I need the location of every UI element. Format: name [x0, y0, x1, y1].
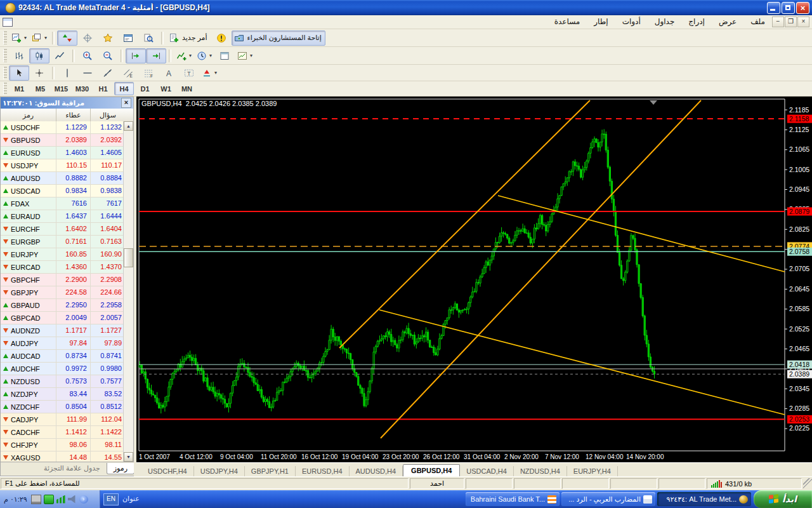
trendline-button[interactable]	[98, 65, 118, 81]
new-window-button[interactable]	[214, 48, 235, 64]
timeframe-D1[interactable]: D1	[135, 82, 155, 95]
scroll-down-icon[interactable]: ▼	[124, 452, 133, 462]
market-watch-row-EURCAD[interactable]: EURCAD1.43601.4370	[1, 261, 125, 274]
dropdown-arrow-icon[interactable]: ▾	[189, 53, 192, 58]
timeframe-H4[interactable]: H4	[114, 82, 134, 95]
restore-button[interactable]	[782, 2, 795, 14]
dropdown-arrow-icon[interactable]: ▾	[44, 35, 47, 41]
market-watch-row-GBPUSD[interactable]: GBPUSD2.03892.0392	[1, 134, 125, 147]
toolbar-grip[interactable]	[3, 31, 7, 45]
menu-مساعدة[interactable]: مساعدة	[547, 15, 587, 29]
market-watch-row-AUDJPY[interactable]: AUDJPY97.8497.89	[1, 337, 125, 350]
label-button[interactable]: T	[179, 65, 199, 81]
expert-advisors-button[interactable]: إتاحة المستشارون الخبراء	[232, 30, 325, 46]
navigator-button[interactable]	[98, 30, 118, 46]
chart-canvas[interactable]: 2.11852.11252.10652.10052.09452.08852.08…	[136, 97, 812, 462]
market-watch-row-NZDUSD[interactable]: NZDUSD0.75730.7577	[1, 375, 125, 388]
task-button[interactable]: Bahraini Saudi Bank T...	[466, 492, 560, 506]
close-button[interactable]: ×	[796, 2, 809, 14]
scrollbar-thumb[interactable]	[124, 248, 133, 267]
market-watch-close-icon[interactable]: ×	[121, 98, 131, 108]
chart-tab-GBPUSD-H4[interactable]: GBPUSD,H4	[403, 464, 460, 476]
menu-أدوات[interactable]: أدوات	[615, 15, 648, 29]
terminal-button[interactable]	[118, 30, 138, 46]
market-watch-row-EURAUD[interactable]: EURAUD1.64371.6444	[1, 210, 125, 223]
fibo-button[interactable]: F	[138, 65, 159, 81]
column-symbol[interactable]: رمز	[1, 109, 56, 121]
market-watch-row-GBPCAD[interactable]: GBPCAD2.00492.0057	[1, 312, 125, 324]
resize-grip[interactable]	[803, 478, 812, 489]
zoom-in-button[interactable]	[77, 48, 98, 64]
child-close-button[interactable]: ×	[797, 17, 809, 27]
menu-ملف[interactable]: ملف	[743, 15, 772, 29]
market-watch-row-USDCAD[interactable]: USDCAD0.98340.9838	[1, 185, 125, 197]
market-watch-row-USDCHF[interactable]: USDCHF1.12291.1232	[1, 121, 125, 134]
chart-tab-EURUSD-H4[interactable]: EURUSD,H4	[296, 466, 350, 476]
timeframe-H1[interactable]: H1	[93, 82, 113, 95]
dropdown-arrow-icon[interactable]: ▾	[24, 35, 27, 41]
channel-button[interactable]: E	[118, 65, 138, 81]
periods-button[interactable]: ▾	[194, 48, 214, 64]
chart-tab-EURJPY-H4[interactable]: EURJPY,H4	[567, 466, 618, 476]
chart-tab-AUDUSD-H4[interactable]: AUDUSD,H4	[350, 466, 403, 476]
warning-button[interactable]	[211, 30, 232, 46]
hide-icons-chevron-icon[interactable]: ›	[79, 495, 88, 504]
chart-tab-NZDUSD-H4[interactable]: NZDUSD,H4	[514, 466, 567, 476]
market-watch-row-AUDUSD[interactable]: AUDUSD0.88820.8884	[1, 172, 125, 185]
market-watch-scrollbar[interactable]: ▲ ▼	[123, 121, 133, 462]
market-watch-button[interactable]	[57, 30, 77, 46]
market-watch-row-AUDCHF[interactable]: AUDCHF0.99720.9980	[1, 363, 125, 375]
timeframe-W1[interactable]: W1	[156, 82, 176, 95]
task-button[interactable]: ٩٢٤٣٤: AL Trade Met...	[657, 492, 751, 506]
chart-tab-USDCAD-H4[interactable]: USDCAD,H4	[460, 466, 514, 476]
task-button[interactable]: المضارب العربي - الرد ...	[561, 492, 655, 506]
column-ask[interactable]: سؤال	[91, 109, 125, 121]
auto-scroll-button[interactable]	[126, 48, 146, 64]
arrows-button[interactable]: ▾	[199, 65, 219, 81]
speaker-tray-icon[interactable]	[68, 495, 77, 504]
child-minimize-button[interactable]: −	[772, 17, 784, 27]
market-watch-row-EURCHF[interactable]: EURCHF1.64021.6404	[1, 223, 125, 236]
start-button[interactable]: ابدأ	[754, 490, 812, 508]
menu-إدراج[interactable]: إدراج	[681, 15, 712, 29]
bars-chart-button[interactable]	[9, 48, 29, 64]
market-watch-row-EURJPY[interactable]: EURJPY160.85160.90	[1, 248, 125, 261]
timeframe-MN[interactable]: MN	[177, 82, 197, 95]
market-watch-tab[interactable]: جدول علامة التجزئة	[37, 463, 107, 474]
chart-shift-button[interactable]	[146, 48, 166, 64]
market-watch-row-EURUSD[interactable]: EURUSD1.46031.4605	[1, 147, 125, 159]
toolbar-grip[interactable]	[3, 49, 7, 63]
connection-tray-icon[interactable]	[44, 495, 54, 504]
market-watch-tab[interactable]: رموز	[107, 463, 134, 474]
toolbar-grip[interactable]	[3, 67, 7, 79]
toolbar-grip[interactable]	[3, 83, 7, 94]
timeframe-M1[interactable]: M1	[10, 82, 29, 95]
market-watch-row-EURGBP[interactable]: EURGBP0.71610.7163	[1, 236, 125, 248]
line-chart-button[interactable]	[49, 48, 70, 64]
timeframe-M5[interactable]: M5	[30, 82, 50, 95]
text-button[interactable]: A	[159, 65, 179, 81]
market-watch-row-NZDCHF[interactable]: NZDCHF0.85040.8512	[1, 401, 125, 413]
timeframe-M15[interactable]: M15	[51, 82, 71, 95]
timeframe-M30[interactable]: M30	[72, 82, 92, 95]
menu-عرض[interactable]: عرض	[712, 15, 743, 29]
market-watch-row-CADCHF[interactable]: CADCHF1.14121.1422	[1, 426, 125, 439]
indicators-button[interactable]: ▾	[174, 48, 194, 64]
market-watch-row-GBPAUD[interactable]: GBPAUD2.29502.2958	[1, 299, 125, 312]
scroll-up-icon[interactable]: ▲	[124, 121, 133, 131]
chart-window-icon[interactable]	[3, 18, 13, 27]
signal-bars-icon[interactable]	[56, 495, 65, 504]
cursor-button[interactable]	[9, 65, 29, 81]
market-watch-row-AUDNZD[interactable]: AUDNZD1.17171.1727	[1, 324, 125, 337]
market-watch-row-NZDJPY[interactable]: NZDJPY83.4483.52	[1, 388, 125, 401]
column-bid[interactable]: عطاء	[56, 109, 91, 121]
child-restore-button[interactable]: ❐	[785, 17, 797, 27]
market-watch-row-CHFJPY[interactable]: CHFJPY98.0698.11	[1, 439, 125, 451]
market-watch-row-GBPJPY[interactable]: GBPJPY224.58224.66	[1, 286, 125, 299]
new-order-button[interactable]: أمر جديد	[166, 30, 211, 46]
market-watch-row-AUDCAD[interactable]: AUDCAD0.87340.8741	[1, 350, 125, 363]
templates-button[interactable]: ▾	[235, 48, 255, 64]
market-watch-row-XAGUSD[interactable]: XAGUSD14.4814.55	[1, 451, 125, 462]
menu-إطار[interactable]: إطار	[587, 15, 615, 29]
market-watch-row-GBPCHF[interactable]: GBPCHF2.29002.2908	[1, 274, 125, 286]
